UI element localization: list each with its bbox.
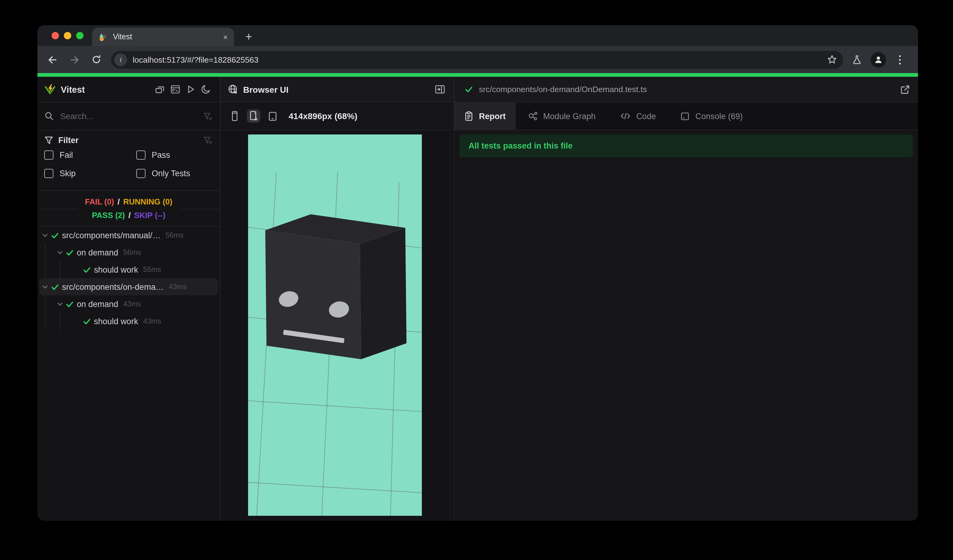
pass-check-icon [82, 316, 92, 326]
tab-module-graph[interactable]: Module Graph [515, 102, 608, 130]
checkbox-only-tests[interactable]: Only Tests [136, 169, 190, 178]
pass-check-icon [82, 265, 92, 275]
device-phone-add-button[interactable] [247, 109, 260, 123]
pass-check-icon [50, 282, 60, 292]
tree-test-row[interactable]: should work 55ms [37, 261, 220, 278]
indent-guide [45, 295, 45, 330]
chevron-down-icon[interactable] [40, 230, 50, 240]
tab-console[interactable]: Console (69) [668, 102, 755, 130]
tab-strip: Vitest × + [37, 25, 918, 46]
menu-kebab-icon[interactable] [892, 51, 908, 68]
experiments-flask-icon[interactable] [849, 51, 865, 68]
tree-suite-row[interactable]: on demand 56ms [37, 244, 220, 261]
bookmark-star-icon[interactable] [827, 55, 837, 65]
back-icon[interactable] [45, 52, 60, 67]
vitest-ui: Vitest [37, 73, 918, 521]
all-tests-passed-banner: All tests passed in this file [459, 135, 913, 157]
favicon [98, 32, 107, 42]
filter-title: Filter [58, 136, 203, 145]
threejs-scene [248, 135, 422, 516]
close-window-button[interactable] [51, 32, 59, 39]
checkbox-fail[interactable]: Fail [44, 150, 73, 160]
address-bar[interactable]: i localhost:5173/#/?file=1828625563 [111, 51, 843, 68]
profile-avatar[interactable] [870, 51, 886, 68]
report-tabs: Report Module Graph Code [455, 102, 918, 130]
tree-file-row-selected[interactable]: src/components/on-dema… 43ms [39, 278, 218, 295]
console-icon [681, 112, 690, 121]
browser-preview-panel: Browser UI [220, 77, 455, 521]
site-info-icon[interactable]: i [114, 53, 127, 66]
checkbox-skip[interactable]: Skip [44, 169, 76, 178]
vitest-logo-icon [44, 84, 56, 95]
reload-icon[interactable] [89, 52, 104, 67]
tree-file-row[interactable]: src/components/manual/… 56ms [37, 226, 220, 244]
indent-guide [45, 244, 45, 278]
tree-test-row[interactable]: should work 43ms [37, 313, 220, 330]
open-in-editor-icon[interactable] [900, 84, 910, 94]
summary-line-2: PASS (2) / SKIP (--) [85, 208, 172, 222]
chevron-down-icon[interactable] [40, 282, 50, 292]
module-graph-icon [528, 111, 538, 121]
viewport-dimensions: 414x896px (68%) [289, 111, 357, 121]
indent-guide [60, 313, 60, 330]
device-tablet-icon[interactable] [266, 109, 279, 123]
browser-toolbar: i localhost:5173/#/?file=1828625563 [37, 46, 918, 73]
clear-search-filter-icon[interactable] [203, 112, 213, 121]
search-input[interactable] [59, 111, 203, 121]
browser-panel-title: Browser UI [243, 84, 435, 94]
pass-check-icon [64, 299, 74, 309]
filter-section: Filter Fail Pass Skip [37, 130, 220, 191]
file-pass-check-icon [464, 84, 473, 94]
search-row [37, 102, 220, 130]
open-file-path[interactable]: src/components/on-demand/OnDemand.test.t… [479, 85, 900, 94]
dock-panel-right-icon[interactable] [435, 84, 445, 95]
chevron-down-icon[interactable] [55, 299, 64, 309]
browser-window: Vitest × + i localhost:5173/#/?file=1828… [37, 25, 918, 521]
tree-suite-row[interactable]: on demand 43ms [37, 295, 220, 313]
checkbox-pass[interactable]: Pass [136, 150, 170, 160]
app-title: Vitest [61, 84, 154, 94]
test-tree: src/components/manual/… 56ms on demand 5… [37, 226, 220, 521]
scrollbar-gutter [450, 130, 451, 521]
search-icon [44, 111, 54, 121]
run-all-icon[interactable] [185, 84, 196, 95]
filter-funnel-icon [44, 136, 53, 145]
browser-tab[interactable]: Vitest × [92, 28, 234, 46]
code-icon [620, 112, 631, 120]
report-panel: src/components/on-demand/OnDemand.test.t… [455, 77, 918, 521]
zoom-window-button[interactable] [76, 32, 84, 39]
tab-close-icon[interactable]: × [223, 33, 228, 41]
tab-report[interactable]: Report [455, 102, 515, 130]
sidebar: Vitest [37, 77, 220, 521]
viewport-area [220, 130, 454, 521]
minimize-window-button[interactable] [64, 32, 71, 39]
indent-guide [60, 261, 60, 278]
report-clipboard-icon [464, 111, 473, 121]
tested-app-viewport[interactable] [248, 135, 422, 516]
globe-icon [228, 84, 238, 95]
tab-title: Vitest [113, 33, 223, 41]
screenshot-stage: Vitest × + i localhost:5173/#/?file=1828… [0, 0, 953, 560]
device-phone-small-icon[interactable] [228, 109, 241, 123]
pass-check-icon [64, 247, 74, 257]
url-text[interactable]: localhost:5173/#/?file=1828625563 [133, 55, 827, 64]
collapse-panels-icon[interactable] [154, 84, 165, 95]
dark-mode-moon-icon[interactable] [200, 84, 211, 95]
pass-check-icon [50, 230, 60, 240]
summary-line-1: FAIL (0) / RUNNING (0) [85, 195, 172, 208]
sidebar-header: Vitest [37, 77, 220, 102]
forward-icon[interactable] [67, 52, 82, 67]
test-summary: FAIL (0) / RUNNING (0) PASS (2) / SKIP (… [37, 191, 220, 226]
clear-filters-icon[interactable] [203, 136, 213, 145]
new-tab-button[interactable]: + [241, 29, 257, 45]
dashboard-icon[interactable] [169, 84, 180, 95]
run-progress-bar [37, 73, 918, 77]
device-toolbar: 414x896px (68%) [220, 102, 454, 130]
robot-cube [265, 214, 407, 359]
tab-code[interactable]: Code [608, 102, 668, 130]
chevron-down-icon[interactable] [55, 247, 64, 257]
